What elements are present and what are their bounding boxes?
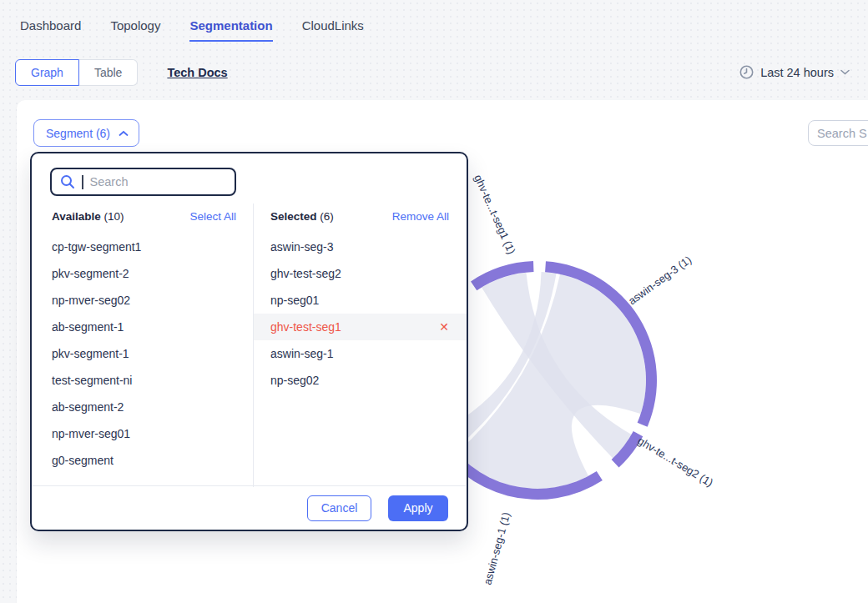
- panel-footer: Cancel Apply: [32, 485, 466, 530]
- list-item[interactable]: pkv-segment-1: [52, 340, 236, 367]
- apply-button[interactable]: Apply: [388, 495, 448, 521]
- remove-item-icon[interactable]: ✕: [439, 320, 449, 334]
- list-item[interactable]: aswin-seg-3: [254, 234, 467, 260]
- segment-filter-button[interactable]: Segment (6): [33, 119, 139, 147]
- panel-search-input[interactable]: Search: [50, 168, 236, 196]
- top-nav: Dashboard Topology Segmentation CloudLin…: [0, 0, 868, 42]
- time-range-dropdown[interactable]: Last 24 hours: [739, 65, 850, 79]
- list-item[interactable]: np-seg01: [254, 287, 467, 314]
- list-item[interactable]: np-seg02: [254, 367, 467, 394]
- list-item[interactable]: ghv-test-seg2: [254, 260, 467, 287]
- available-column: Available (10) Select All cp-tgw-segment…: [32, 204, 254, 487]
- toolbar: Graph Table Tech Docs Last 24 hours: [0, 58, 868, 86]
- segment-filter-panel: Search Available (10) Select All cp-tgw-…: [30, 152, 468, 531]
- view-toggle: Graph Table: [15, 59, 138, 86]
- segment-columns: Available (10) Select All cp-tgw-segment…: [32, 204, 467, 487]
- chevron-down-icon: [840, 69, 850, 75]
- chevron-up-icon: [119, 130, 129, 137]
- list-item[interactable]: np-mver-seg01: [52, 420, 236, 447]
- segment-filter-label: Segment (6): [46, 127, 110, 140]
- cancel-button[interactable]: Cancel: [307, 495, 371, 521]
- available-header: Available (10): [52, 210, 124, 223]
- chord-label: ghv-te...t-seg1 (1): [472, 173, 517, 256]
- select-all-link[interactable]: Select All: [189, 210, 236, 223]
- list-item[interactable]: aswin-seg-1: [254, 340, 467, 367]
- selected-column: Selected (6) Remove All aswin-seg-3ghv-t…: [254, 204, 467, 487]
- nav-item-cloudlinks[interactable]: CloudLinks: [302, 18, 364, 40]
- nav-item-segmentation[interactable]: Segmentation: [189, 18, 272, 42]
- chord-label: ghv-te...t-seg2 (1): [635, 435, 715, 490]
- nav-item-topology[interactable]: Topology: [110, 18, 160, 40]
- list-item[interactable]: g0-segment: [52, 447, 236, 474]
- nav-item-dashboard[interactable]: Dashboard: [20, 18, 81, 40]
- clock-icon: [739, 65, 754, 79]
- list-item[interactable]: test-segment-ni: [52, 367, 236, 394]
- available-list: cp-tgw-segment1pkv-segment-2np-mver-seg0…: [52, 234, 236, 474]
- chord-label: aswin-seg-1 (1): [481, 510, 512, 585]
- text-cursor: [82, 175, 83, 189]
- remove-all-link[interactable]: Remove All: [392, 210, 449, 223]
- search-placeholder: Search: [90, 175, 129, 188]
- graph-search-input[interactable]: [808, 120, 868, 146]
- list-item[interactable]: ab-segment-2: [52, 394, 236, 420]
- list-item[interactable]: ab-segment-1: [52, 314, 236, 340]
- list-item[interactable]: pkv-segment-2: [52, 260, 236, 287]
- list-item[interactable]: ghv-test-seg1✕: [254, 314, 467, 340]
- list-item[interactable]: cp-tgw-segment1: [52, 234, 236, 260]
- list-item[interactable]: np-mver-seg02: [52, 287, 236, 314]
- graph-view-button[interactable]: Graph: [15, 59, 79, 86]
- selected-header: Selected (6): [270, 210, 334, 223]
- table-view-button[interactable]: Table: [79, 59, 138, 86]
- search-icon: [60, 174, 75, 189]
- selected-list: aswin-seg-3ghv-test-seg2np-seg01ghv-test…: [254, 234, 467, 394]
- time-range-label: Last 24 hours: [760, 66, 834, 79]
- chord-label: aswin-seg-3 (1): [626, 254, 694, 308]
- tech-docs-link[interactable]: Tech Docs: [167, 66, 227, 79]
